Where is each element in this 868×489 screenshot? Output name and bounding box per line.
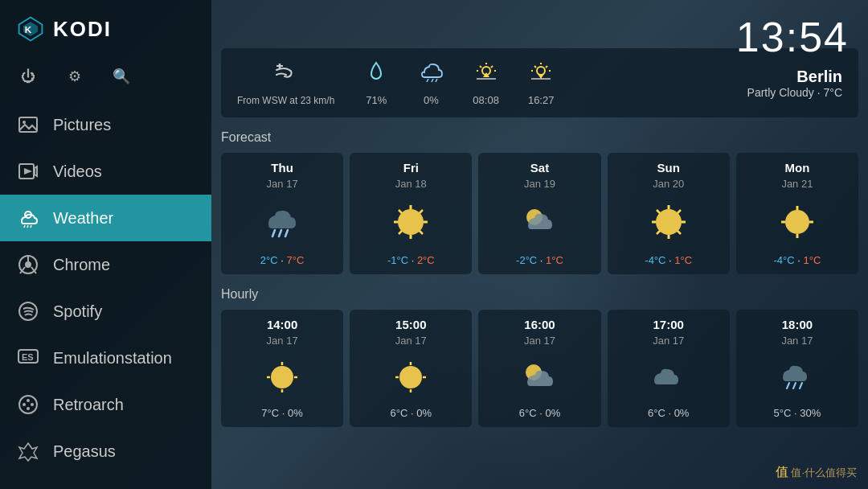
emulationstation-icon: ES: [16, 346, 40, 370]
forecast-icon-1: [387, 198, 434, 246]
forecast-grid: Thu Jan 17 2°C · 7°C Fri Jan 18 -1°C · 2…: [221, 153, 858, 274]
pictures-label: Pictures: [53, 116, 111, 134]
svg-line-68: [657, 231, 660, 234]
hourly-info-1: 6°C · 0%: [391, 407, 432, 419]
settings-button[interactable]: ⚙: [63, 64, 87, 88]
svg-line-35: [491, 66, 493, 68]
hourly-icon-3: [648, 355, 690, 399]
forecast-day-2: Sat: [530, 161, 549, 175]
hourly-info-4: 5°C · 30%: [774, 407, 821, 419]
videos-label: Videos: [53, 162, 102, 181]
retroarch-icon: [16, 392, 40, 417]
sidebar-item-pictures[interactable]: Pictures: [0, 101, 211, 148]
watermark-text: 值·什么值得买: [791, 466, 857, 479]
svg-line-48: [279, 230, 281, 236]
svg-line-85: [787, 383, 789, 388]
humidity-icon: [363, 60, 389, 91]
forecast-temps-3: -4°C · 1°C: [645, 254, 692, 266]
hourly-card-3[interactable]: 17:00 Jan 17 6°C · 0%: [608, 310, 730, 427]
sidebar: K KODI ⏻ ⚙ 🔍 Pictures Videos Weather: [0, 0, 211, 489]
hourly-card-4[interactable]: 18:00 Jan 17 5°C · 30%: [736, 310, 858, 427]
sidebar-item-pegasus[interactable]: Pegasus: [0, 428, 211, 475]
forecast-date-2: Jan 19: [524, 178, 555, 190]
forecast-day-4: Mon: [785, 161, 810, 175]
svg-line-43: [546, 66, 547, 68]
logo-bar: K KODI: [0, 0, 211, 58]
search-button[interactable]: 🔍: [109, 64, 133, 88]
chrome-icon: [16, 253, 40, 277]
sidebar-menu: Pictures Videos Weather Chrome Spotify: [0, 101, 211, 489]
svg-line-58: [399, 231, 402, 234]
sidebar-item-chrome[interactable]: Chrome: [0, 241, 211, 288]
power-button[interactable]: ⏻: [16, 64, 40, 88]
hourly-card-1[interactable]: 15:00 Jan 17 6°C · 0%: [350, 310, 472, 427]
humidity-label: 71%: [366, 94, 387, 106]
weather-icon: [16, 206, 40, 230]
svg-line-30: [436, 79, 437, 82]
svg-line-87: [800, 383, 802, 388]
forecast-temps-0: 2°C · 7°C: [260, 254, 305, 266]
svg-line-29: [432, 79, 433, 82]
location-name: Berlin: [747, 68, 842, 86]
forecast-date-4: Jan 21: [781, 178, 813, 190]
svg-point-69: [785, 210, 809, 234]
sunset-icon: [528, 60, 554, 91]
forecast-date-0: Jan 17: [267, 178, 298, 190]
forecast-card-4[interactable]: Mon Jan 21 -4°C · 1°C: [736, 153, 858, 274]
hourly-info-3: 6°C · 0%: [648, 407, 689, 419]
forecast-card-3[interactable]: Sun Jan 20 -4°C · 1°C: [608, 153, 730, 274]
svg-text:ES: ES: [22, 352, 34, 362]
wind-label: From WSW at 23 km/h: [237, 95, 334, 106]
sidebar-item-emulationstation[interactable]: ES Emulationstation: [0, 335, 211, 381]
svg-marker-6: [35, 166, 37, 176]
watermark-icon: 值: [776, 465, 788, 479]
svg-line-57: [420, 210, 423, 213]
hourly-date-1: Jan 17: [395, 335, 427, 347]
svg-line-41: [534, 66, 536, 68]
weather-stats: From WSW at 23 km/h 71% 0%: [237, 60, 554, 106]
hourly-card-2[interactable]: 16:00 Jan 17 6°C · 0%: [478, 310, 600, 427]
svg-point-22: [31, 403, 34, 406]
sidebar-item-videos[interactable]: Videos: [0, 148, 211, 195]
pegasus-label: Pegasus: [53, 442, 116, 461]
svg-line-67: [678, 210, 681, 213]
svg-line-33: [480, 66, 481, 68]
weather-label: Weather: [53, 209, 113, 228]
forecast-card-0[interactable]: Thu Jan 17 2°C · 7°C: [221, 153, 343, 274]
hourly-time-0: 14:00: [267, 318, 297, 331]
svg-line-10: [27, 225, 28, 228]
precip-stat: 0%: [418, 60, 444, 106]
hourly-info-2: 6°C · 0%: [519, 407, 560, 419]
hourly-icon-0: [261, 355, 303, 399]
precip-label: 0%: [424, 94, 439, 106]
hourly-date-0: Jan 17: [267, 335, 298, 347]
sidebar-item-weather[interactable]: Weather: [0, 195, 211, 241]
svg-point-4: [23, 121, 26, 124]
hourly-date-4: Jan 17: [781, 335, 813, 347]
svg-line-55: [399, 210, 402, 213]
humidity-stat: 71%: [363, 60, 389, 106]
videos-icon: [16, 159, 40, 183]
hourly-date-2: Jan 17: [524, 335, 555, 347]
forecast-date-1: Jan 18: [395, 178, 427, 190]
pictures-icon: [16, 113, 40, 137]
svg-point-13: [25, 261, 31, 268]
precip-icon: [418, 60, 444, 91]
hourly-card-0[interactable]: 14:00 Jan 17 7°C · 0%: [221, 310, 343, 427]
svg-point-23: [27, 399, 30, 402]
hourly-time-4: 18:00: [782, 318, 813, 331]
forecast-card-1[interactable]: Fri Jan 18 -1°C · 2°C: [350, 153, 472, 274]
sidebar-item-spotify[interactable]: Spotify: [0, 288, 211, 335]
wind-icon: [273, 60, 299, 92]
forecast-card-2[interactable]: Sat Jan 19 -2°C · 1°C: [478, 153, 600, 274]
retroarch-label: Retroarch: [53, 396, 124, 414]
sunset-stat: 16:27: [528, 60, 555, 106]
svg-line-66: [678, 231, 681, 234]
sidebar-icon-row: ⏻ ⚙ 🔍: [0, 58, 211, 101]
chrome-label: Chrome: [53, 256, 110, 274]
kodi-logo-icon: K: [16, 14, 45, 43]
hourly-icon-1: [390, 355, 432, 399]
sidebar-item-retroarch[interactable]: Retroarch: [0, 381, 211, 428]
hourly-time-2: 16:00: [524, 318, 555, 331]
spotify-icon: [16, 299, 40, 323]
